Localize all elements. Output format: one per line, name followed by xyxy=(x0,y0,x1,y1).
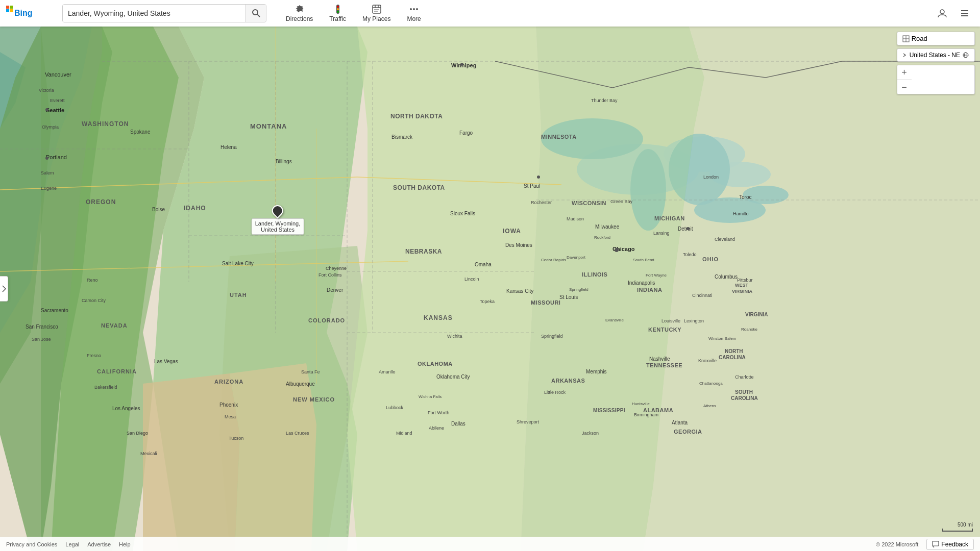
svg-text:WISCONSIN: WISCONSIN xyxy=(572,200,606,206)
feedback-button[interactable]: Feedback xyxy=(926,539,974,550)
svg-text:Winnipeg: Winnipeg xyxy=(451,62,476,68)
svg-text:OREGON: OREGON xyxy=(86,198,116,206)
hamburger-icon xyxy=(960,8,970,18)
help-link[interactable]: Help xyxy=(119,541,131,547)
svg-rect-2 xyxy=(6,9,9,12)
svg-text:Toroc: Toroc xyxy=(739,194,751,200)
header-right xyxy=(933,4,980,22)
svg-text:NORTH DAKOTA: NORTH DAKOTA xyxy=(390,113,443,120)
svg-text:OKLAHOMA: OKLAHOMA xyxy=(418,361,453,367)
svg-text:Amarillo: Amarillo xyxy=(379,369,396,374)
svg-text:Omaha: Omaha xyxy=(475,262,492,267)
road-icon xyxy=(902,35,910,42)
svg-point-19 xyxy=(410,8,412,10)
svg-text:IDAHO: IDAHO xyxy=(184,205,206,212)
svg-text:Milwaukee: Milwaukee xyxy=(595,224,620,230)
svg-text:ARKANSAS: ARKANSAS xyxy=(551,378,585,384)
search-button[interactable] xyxy=(246,5,266,22)
svg-text:Fort Collins: Fort Collins xyxy=(318,272,342,278)
svg-text:Tucson: Tucson xyxy=(229,436,243,441)
map[interactable]: Vancouver Victoria Seattle Everett Olymp… xyxy=(0,27,980,551)
svg-text:Green Bay: Green Bay xyxy=(610,199,633,204)
nav-items: Directions Traffic My Places xyxy=(279,1,428,26)
footer: Privacy and Cookies Legal Advertise Help… xyxy=(0,537,980,551)
map-controls: Road United States - NE + − xyxy=(897,32,975,94)
menu-icon-button[interactable] xyxy=(955,4,974,22)
svg-text:Little Rock: Little Rock xyxy=(544,390,566,395)
svg-text:Victoria: Victoria xyxy=(39,88,54,93)
chevron-right-icon xyxy=(2,285,6,292)
svg-text:COLORADO: COLORADO xyxy=(308,317,345,323)
svg-text:INDIANA: INDIANA xyxy=(637,287,662,293)
nav-item-my-places[interactable]: My Places xyxy=(355,1,398,26)
bing-logo[interactable]: Bing xyxy=(0,6,58,21)
svg-text:NEW MEXICO: NEW MEXICO xyxy=(293,396,335,403)
svg-text:Springfield: Springfield xyxy=(569,287,589,292)
svg-text:Olympia: Olympia xyxy=(42,124,59,130)
svg-text:Roanoke: Roanoke xyxy=(741,327,758,332)
sidebar-toggle[interactable] xyxy=(0,276,8,302)
svg-text:Fort Wayne: Fort Wayne xyxy=(646,273,667,278)
more-icon xyxy=(409,4,419,14)
svg-text:MICHIGAN: MICHIGAN xyxy=(654,215,685,221)
location-pin[interactable]: Lander, Wyoming, United States xyxy=(252,205,304,235)
svg-text:Detroit: Detroit xyxy=(678,226,693,232)
svg-text:IOWA: IOWA xyxy=(503,228,521,235)
svg-text:Hamilto: Hamilto xyxy=(733,211,749,216)
user-icon xyxy=(937,8,947,18)
zoom-in-button[interactable]: + xyxy=(897,65,912,80)
svg-text:Reno: Reno xyxy=(87,278,98,283)
svg-text:Des Moines: Des Moines xyxy=(505,242,532,248)
svg-text:VIRGINIA: VIRGINIA xyxy=(745,312,768,317)
svg-text:NEVADA: NEVADA xyxy=(101,322,128,329)
svg-text:SOUTH: SOUTH xyxy=(735,389,753,395)
svg-text:Indianapolis: Indianapolis xyxy=(628,280,655,286)
svg-rect-192 xyxy=(933,541,939,546)
svg-text:Sacramento: Sacramento xyxy=(41,308,68,313)
svg-text:San Diego: San Diego xyxy=(127,431,148,436)
map-region-button[interactable]: United States - NE xyxy=(897,48,975,62)
nav-item-traffic[interactable]: Traffic xyxy=(322,1,353,26)
svg-text:Mesa: Mesa xyxy=(225,414,236,419)
svg-text:Evansville: Evansville xyxy=(605,318,624,322)
search-container xyxy=(62,4,266,22)
svg-text:Cleveland: Cleveland xyxy=(715,237,735,242)
svg-text:Abilene: Abilene xyxy=(429,425,444,431)
directions-label: Directions xyxy=(286,15,313,22)
svg-text:Eugene: Eugene xyxy=(41,186,57,191)
svg-text:MISSOURI: MISSOURI xyxy=(531,299,560,306)
svg-point-20 xyxy=(413,8,415,10)
svg-text:MISSISSIPPI: MISSISSIPPI xyxy=(593,408,625,413)
svg-text:Spokane: Spokane xyxy=(130,129,151,135)
privacy-link[interactable]: Privacy and Cookies xyxy=(6,541,57,547)
zoom-out-button[interactable]: − xyxy=(897,80,912,94)
svg-text:Cheyenne: Cheyenne xyxy=(326,266,347,271)
svg-text:KENTUCKY: KENTUCKY xyxy=(648,327,681,333)
search-input[interactable] xyxy=(63,5,246,22)
svg-text:Shreveport: Shreveport xyxy=(517,419,540,424)
svg-text:Madison: Madison xyxy=(567,216,584,221)
map-type-button[interactable]: Road xyxy=(897,32,975,45)
nav-item-more[interactable]: More xyxy=(400,1,428,26)
svg-text:Wichita Falls: Wichita Falls xyxy=(419,394,442,399)
svg-text:Columbus: Columbus xyxy=(715,274,738,280)
svg-point-181 xyxy=(45,108,48,111)
svg-text:Las Vegas: Las Vegas xyxy=(154,359,178,364)
svg-text:Knoxville: Knoxville xyxy=(698,358,717,363)
scale-line xyxy=(942,529,973,532)
pin-label: Lander, Wyoming, United States xyxy=(252,218,304,235)
svg-text:CAROLINA: CAROLINA xyxy=(731,395,758,401)
svg-text:Fresno: Fresno xyxy=(87,353,101,358)
svg-text:San Francisco: San Francisco xyxy=(26,324,58,330)
svg-point-185 xyxy=(537,176,540,179)
legal-link[interactable]: Legal xyxy=(65,541,79,547)
svg-text:Thunder Bay: Thunder Bay xyxy=(591,98,618,103)
svg-text:Santa Fe: Santa Fe xyxy=(301,369,320,374)
svg-text:Salem: Salem xyxy=(41,170,54,176)
user-icon-button[interactable] xyxy=(933,4,951,22)
nav-item-directions[interactable]: Directions xyxy=(279,1,320,26)
svg-point-21 xyxy=(416,8,418,10)
svg-text:Lexington: Lexington xyxy=(684,318,704,323)
scale-bar: 500 mi xyxy=(942,522,973,532)
advertise-link[interactable]: Advertise xyxy=(87,541,111,547)
